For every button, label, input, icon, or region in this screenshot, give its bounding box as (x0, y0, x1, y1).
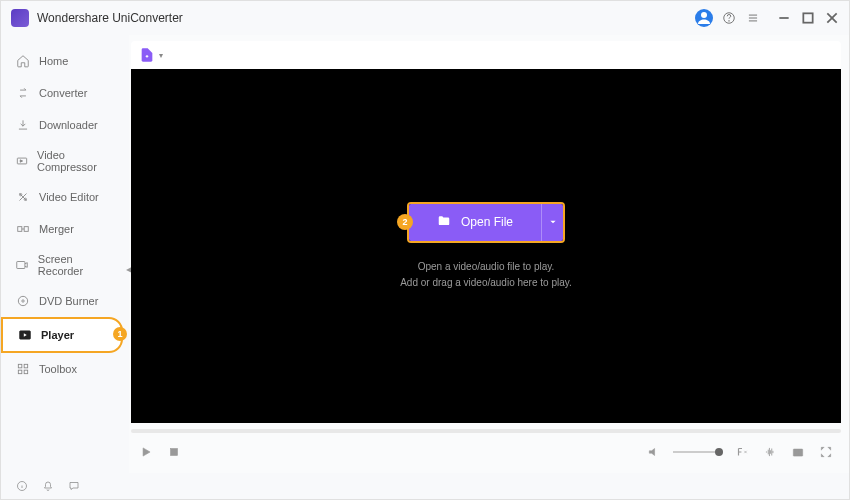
downloader-icon (15, 117, 31, 133)
main-panel: ▾ 2 Open File (129, 35, 849, 473)
sidebar-item-downloader[interactable]: Downloader (1, 109, 129, 141)
sidebar-item-label: Video Compressor (37, 149, 115, 173)
sidebar: Home Converter Downloader Video Compress… (1, 35, 129, 473)
hint-line2: Add or drag a video/audio here to play. (400, 275, 572, 291)
recorder-icon (15, 257, 30, 273)
svg-rect-22 (24, 370, 28, 374)
svg-point-17 (22, 300, 24, 302)
menu-icon[interactable] (745, 10, 761, 26)
play-icon[interactable] (137, 443, 155, 461)
minimize-icon[interactable] (777, 11, 791, 25)
annotation-badge-2: 2 (397, 214, 413, 230)
sidebar-item-home[interactable]: Home (1, 45, 129, 77)
open-file-label: Open File (461, 215, 513, 229)
sidebar-item-editor[interactable]: Video Editor (1, 181, 129, 213)
sidebar-item-dvd[interactable]: DVD Burner (1, 285, 129, 317)
volume-icon[interactable] (645, 443, 663, 461)
svg-rect-21 (18, 370, 22, 374)
screenshot-icon[interactable] (789, 443, 807, 461)
svg-point-25 (796, 451, 800, 455)
audio-track-icon[interactable] (761, 443, 779, 461)
svg-rect-23 (171, 449, 178, 456)
sidebar-item-label: Home (39, 55, 68, 67)
sidebar-item-recorder[interactable]: Screen Recorder (1, 245, 129, 285)
compressor-icon (15, 153, 29, 169)
dvd-icon (15, 293, 31, 309)
annotation-badge-1: 1 (113, 327, 127, 341)
sidebar-item-label: Video Editor (39, 191, 99, 203)
svg-rect-20 (24, 364, 28, 368)
sidebar-item-merger[interactable]: Merger (1, 213, 129, 245)
volume-slider[interactable] (673, 451, 723, 453)
app-logo (11, 9, 29, 27)
svg-point-16 (18, 296, 27, 305)
editor-icon (15, 189, 31, 205)
svg-rect-7 (803, 13, 812, 22)
folder-icon (437, 214, 451, 231)
sidebar-item-label: Merger (39, 223, 74, 235)
player-hint: Open a video/audio file to play. Add or … (400, 259, 572, 291)
svg-point-2 (729, 21, 730, 22)
subtitle-icon[interactable] (733, 443, 751, 461)
sidebar-item-label: Screen Recorder (38, 253, 115, 277)
close-icon[interactable] (825, 11, 839, 25)
sidebar-item-label: Converter (39, 87, 87, 99)
footer (1, 473, 849, 499)
svg-rect-15 (17, 262, 25, 269)
player-controls (131, 437, 841, 467)
toolbox-icon (15, 361, 31, 377)
open-file-dropdown[interactable] (541, 204, 563, 241)
fullscreen-icon[interactable] (817, 443, 835, 461)
sidebar-item-label: Player (41, 329, 74, 341)
converter-icon (15, 85, 31, 101)
hint-line1: Open a video/audio file to play. (400, 259, 572, 275)
sidebar-item-compressor[interactable]: Video Compressor (1, 141, 129, 181)
toolbar: ▾ (131, 41, 841, 69)
maximize-icon[interactable] (801, 11, 815, 25)
user-avatar-icon[interactable] (695, 9, 713, 27)
open-file-button[interactable]: Open File (409, 204, 541, 241)
sidebar-item-label: Downloader (39, 119, 98, 131)
progress-bar[interactable] (131, 429, 841, 433)
sidebar-item-player[interactable]: Player 1 (1, 317, 123, 353)
app-title: Wondershare UniConverter (37, 11, 183, 25)
sidebar-item-toolbox[interactable]: Toolbox (1, 353, 129, 385)
player-icon (17, 327, 33, 343)
info-icon[interactable] (15, 479, 29, 493)
titlebar: Wondershare UniConverter (1, 1, 849, 35)
chevron-down-icon: ▾ (159, 51, 163, 60)
help-icon[interactable] (721, 10, 737, 26)
sidebar-item-label: DVD Burner (39, 295, 98, 307)
home-icon (15, 53, 31, 69)
notification-icon[interactable] (41, 479, 55, 493)
svg-rect-14 (24, 227, 28, 232)
add-file-button[interactable]: ▾ (139, 47, 163, 63)
stop-icon[interactable] (165, 443, 183, 461)
open-file-group: Open File (407, 202, 565, 243)
merger-icon (15, 221, 31, 237)
svg-point-0 (701, 12, 707, 18)
sidebar-item-converter[interactable]: Converter (1, 77, 129, 109)
player-viewport[interactable]: 2 Open File Open a video/audio file to p… (131, 69, 841, 423)
svg-rect-13 (18, 227, 22, 232)
feedback-icon[interactable] (67, 479, 81, 493)
sidebar-item-label: Toolbox (39, 363, 77, 375)
svg-rect-19 (18, 364, 22, 368)
